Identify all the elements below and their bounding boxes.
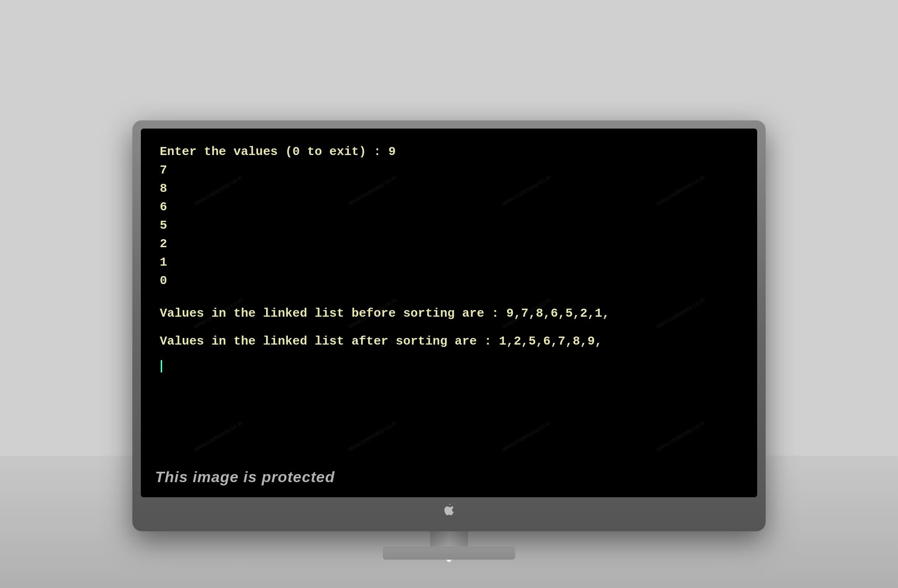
monitor-screen: www.codeeasy.co.in www.codeeasy.co.in ww… [141,129,757,497]
cursor [161,360,162,372]
terminal-input-6: 6 [160,198,738,216]
terminal-input-2: 2 [160,235,738,253]
monitor-chin [141,497,757,522]
spacer1 [160,290,738,304]
spacer2 [160,323,738,332]
monitor-stand-base [383,546,515,560]
monitor: www.codeeasy.co.in www.codeeasy.co.in ww… [132,120,766,531]
terminal-input-7: 7 [160,161,738,180]
terminal-input-0: 0 [160,272,738,290]
terminal-input-1: 1 [160,253,738,272]
terminal-input-5: 5 [160,216,738,235]
terminal-output: Enter the values (0 to exit) : 9 7 8 6 5… [141,129,757,387]
protected-label: This image is protected [155,468,335,486]
terminal-input-8: 8 [160,180,738,198]
spacer3 [160,351,738,360]
cursor-line [160,360,738,372]
protected-bar: This image is protected [141,457,757,497]
apple-logo-icon [444,504,454,515]
terminal-before-sort: Values in the linked list before sorting… [160,304,738,323]
terminal-after-sort: Values in the linked list after sorting … [160,332,738,351]
terminal-line-prompt: Enter the values (0 to exit) : 9 [160,143,738,161]
